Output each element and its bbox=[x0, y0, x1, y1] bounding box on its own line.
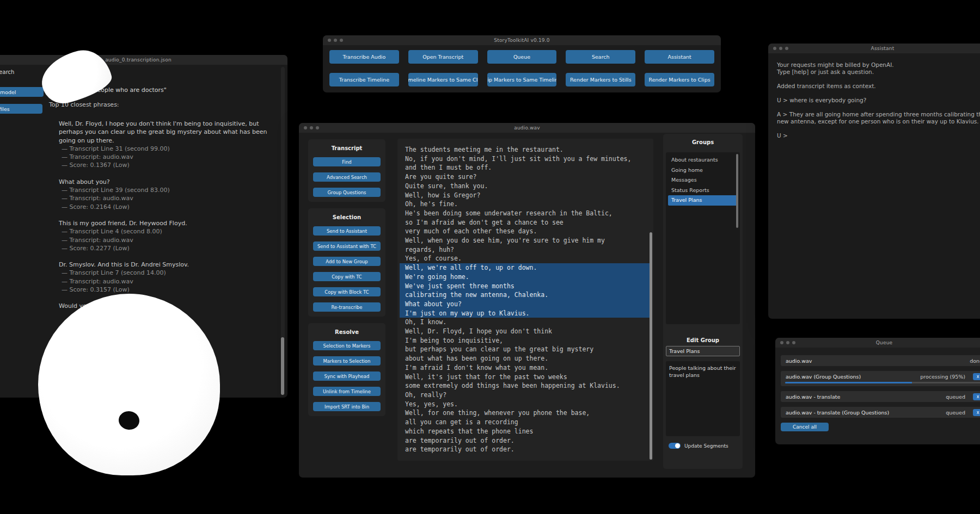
transcript-line[interactable]: Are you quite sure? bbox=[405, 172, 646, 182]
transcript-line[interactable]: which repeats that the phone lines bbox=[405, 427, 646, 436]
assistant-chat-line: A > They are all going home after spendi… bbox=[777, 111, 980, 125]
assistant-chat-line: U > bbox=[777, 132, 980, 139]
transcript-line[interactable]: Oh, he's fine. bbox=[405, 200, 646, 209]
search-result[interactable]: Well, Dr. Floyd, I hope you don't think … bbox=[59, 120, 284, 170]
transcript-line[interactable]: Well, Dr. Floyd, I hope you don't think bbox=[405, 327, 646, 336]
toolkit-titlebar[interactable]: StoryToolkitAI v0.19.0 bbox=[323, 35, 721, 45]
sidebar-button[interactable]: Selection to Markers bbox=[313, 341, 381, 350]
toolkit-button[interactable]: Clip Markers to Same Timeline bbox=[487, 73, 557, 86]
sidebar-button[interactable]: Re-transcribe bbox=[313, 302, 381, 312]
sidebar-button[interactable]: Import SRT into Bin bbox=[313, 402, 381, 411]
transcript-line[interactable]: I'm afraid I don't know what you mean. bbox=[405, 363, 646, 373]
cancel-all-button[interactable]: Cancel all bbox=[781, 423, 829, 431]
scrollbar-thumb[interactable] bbox=[281, 337, 284, 395]
transcript-line[interactable]: No, if you don't mind, I'll just sit wit… bbox=[405, 154, 646, 164]
sidebar-button[interactable]: Copy with TC bbox=[313, 272, 381, 281]
toolkit-button[interactable]: Assistant bbox=[645, 50, 714, 64]
assistant-chat-line: Added transcript items as context. bbox=[777, 83, 980, 90]
group-name-input[interactable] bbox=[666, 346, 740, 356]
scrollbar-thumb[interactable] bbox=[650, 232, 652, 460]
transcript-line[interactable]: I'm just on my way up to Klavius. bbox=[400, 309, 651, 318]
transcript-line[interactable]: but perhaps you can clear up the great b… bbox=[405, 345, 646, 354]
toolkit-button[interactable]: Render Markers to Clips bbox=[645, 73, 714, 86]
sidebar-button[interactable]: Group Questions bbox=[313, 188, 381, 197]
toolkit-button[interactable]: Search bbox=[566, 50, 635, 64]
transcript-line[interactable]: He's been doing some underwater research… bbox=[405, 209, 646, 218]
group-list-item[interactable]: Going home bbox=[668, 165, 738, 176]
search-result[interactable]: This is my good friend, Dr. Heywood Floy… bbox=[59, 219, 284, 252]
transcript-line[interactable]: Oh, I know. bbox=[405, 318, 646, 327]
queue-item-status: processing (95%) bbox=[920, 374, 965, 380]
cancel-task-button[interactable]: x bbox=[973, 393, 980, 400]
transcript-line[interactable]: I'm being too inquisitive, bbox=[405, 336, 646, 345]
transcript-line[interactable]: all you can get is a recording bbox=[405, 418, 646, 427]
transcript-line[interactable]: are temporarily out of order. bbox=[405, 445, 646, 454]
transcript-line[interactable]: some extremely odd things have been happ… bbox=[405, 381, 646, 391]
disc-dot-icon bbox=[118, 410, 140, 431]
cancel-task-button[interactable]: x bbox=[973, 409, 980, 416]
assistant-window-title: Assistant bbox=[871, 46, 895, 51]
window-control-dots-icon[interactable] bbox=[328, 39, 343, 42]
transcript-line[interactable]: about what has been going on up there. bbox=[405, 354, 646, 363]
update-segments-toggle[interactable] bbox=[669, 443, 681, 449]
transcript-line[interactable]: so I'm afraid we don't get a chance to s… bbox=[405, 218, 646, 227]
transcript-line[interactable]: What about you? bbox=[400, 300, 651, 309]
transcript-line[interactable]: Yes, yes, yes. bbox=[405, 400, 646, 409]
queue-titlebar[interactable]: Queue bbox=[775, 338, 980, 348]
toolkit-button[interactable]: Timeline Markers to Same Clip bbox=[408, 73, 478, 86]
sidebar-button[interactable]: Copy with Block TC bbox=[313, 287, 381, 296]
sidebar-button[interactable]: Find bbox=[313, 157, 381, 166]
transcript-line[interactable]: very much of each other these days. bbox=[405, 227, 646, 236]
transcript-text-area[interactable]: The students meeting me in the restauran… bbox=[397, 139, 653, 461]
transcript-line[interactable]: The students meeting me in the restauran… bbox=[405, 145, 646, 154]
search-result-meta: — Transcript Line 4 (second 8.00)— Trans… bbox=[59, 227, 284, 252]
cancel-task-button[interactable]: x bbox=[973, 373, 980, 380]
search-result[interactable]: What about you? — Transcript Line 39 (se… bbox=[59, 178, 284, 211]
window-control-dots-icon[interactable] bbox=[780, 341, 795, 344]
sidebar-button[interactable]: Unlink from Timeline bbox=[313, 387, 381, 396]
window-control-dots-icon[interactable] bbox=[773, 47, 788, 50]
search-result-meta-line: — Transcript: audio.wav bbox=[59, 236, 284, 244]
audio-window-titlebar[interactable]: audio.wav bbox=[299, 123, 755, 133]
transcript-line[interactable]: Oh, really? bbox=[405, 391, 646, 400]
search-window-titlebar[interactable]: audio_0.transcription.json bbox=[0, 55, 287, 65]
transcript-line[interactable]: Well, it's just that for the past two we… bbox=[405, 373, 646, 382]
transcript-line[interactable]: We've just spent three months bbox=[400, 282, 651, 291]
transcript-line[interactable]: regards, huh? bbox=[405, 245, 646, 255]
assistant-titlebar[interactable]: Assistant bbox=[768, 44, 980, 53]
group-list-item[interactable]: Messages bbox=[668, 175, 738, 185]
transcript-line[interactable]: Quite sure, thank you. bbox=[405, 182, 646, 191]
group-notes-textarea[interactable]: People talking about their travel plans bbox=[666, 361, 740, 436]
transcript-line[interactable]: Well, when you do see him, you're sure t… bbox=[405, 236, 646, 245]
group-list-item[interactable]: Travel Plans bbox=[668, 195, 738, 206]
toolkit-button[interactable]: Queue bbox=[487, 50, 557, 64]
assistant-chat-area[interactable]: Your requests might be billed by OpenAI.… bbox=[768, 53, 980, 147]
scrollbar-thumb[interactable] bbox=[736, 154, 738, 228]
sidebar-button[interactable]: Markers to Selection bbox=[313, 356, 381, 366]
search-result[interactable]: Dr. Smyslov. And this is Dr. Andrei Smys… bbox=[59, 261, 284, 294]
transcript-line[interactable]: are temporarily out of order. bbox=[405, 436, 646, 445]
sidebar-button[interactable]: Add to New Group bbox=[313, 257, 381, 266]
transcript-line[interactable]: and then I must be off. bbox=[405, 163, 646, 172]
queue-item-label: audio.wav - translate (Group Questions) bbox=[786, 410, 889, 416]
sidebar-button[interactable]: Advanced Search bbox=[313, 172, 381, 182]
toolkit-button[interactable]: Render Markers to Stills bbox=[566, 73, 635, 86]
window-control-dots-icon[interactable] bbox=[304, 126, 319, 129]
sidebar-button[interactable]: Sync with Playhead bbox=[313, 371, 381, 381]
transcript-line[interactable]: Well, how is Gregor? bbox=[405, 191, 646, 200]
transcript-line[interactable]: Well, we're all off to, up or down. bbox=[400, 263, 651, 273]
change-model-button[interactable]: Change model bbox=[0, 87, 44, 97]
transcript-line[interactable]: calibrating the new antenna, Chalenka. bbox=[400, 290, 651, 300]
toolkit-button[interactable]: Transcribe Audio bbox=[329, 50, 399, 64]
group-list-item[interactable]: Status Reports bbox=[668, 185, 738, 196]
group-list-item[interactable]: About restaurants bbox=[668, 155, 738, 165]
toolkit-button[interactable]: Open Transcript bbox=[408, 50, 478, 64]
transcript-line[interactable]: Yes, of course. bbox=[405, 254, 646, 263]
other-files-button[interactable]: Other files bbox=[0, 104, 42, 114]
toolkit-button[interactable]: Transcribe Timeline bbox=[329, 73, 399, 86]
sidebar-button[interactable]: Send to Assistant bbox=[313, 226, 381, 236]
search-results-list: Well, Dr. Floyd, I hope you don't think … bbox=[59, 119, 284, 319]
transcript-line[interactable]: We're going home. bbox=[400, 273, 651, 282]
transcript-line[interactable]: Well, for one thing, whenever you phone … bbox=[405, 408, 646, 418]
sidebar-button[interactable]: Send to Assistant with TC bbox=[313, 241, 381, 251]
